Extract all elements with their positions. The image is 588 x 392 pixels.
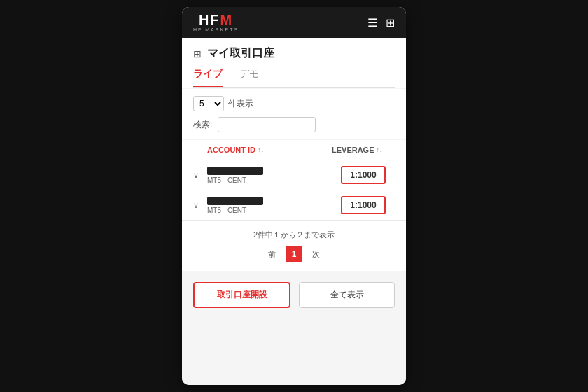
tab-demo[interactable]: デモ bbox=[239, 68, 259, 88]
col-account-id: ACCOUNT ID ↑↓ bbox=[207, 146, 332, 154]
page-title: マイ取引口座 bbox=[207, 46, 274, 61]
table-header: ACCOUNT ID ↑↓ LEVERAGE ↑↓ bbox=[182, 140, 406, 160]
page-title-icon: ⊞ bbox=[193, 48, 202, 59]
open-account-button[interactable]: 取引口座開設 bbox=[193, 282, 290, 308]
per-page-select[interactable]: 5 10 25 bbox=[193, 96, 224, 111]
sort-id-icon[interactable]: ↑↓ bbox=[258, 146, 264, 153]
account-id-bar-2 bbox=[207, 197, 263, 205]
tabs-row: ライブ デモ bbox=[193, 68, 395, 88]
pagination-controls: 前 1 次 bbox=[193, 246, 395, 262]
account-id-bar-1 bbox=[207, 167, 263, 175]
leverage-cell-2: 1:1000 bbox=[332, 196, 395, 214]
account-id-block-1: MT5 - CENT bbox=[207, 167, 332, 184]
table-row: ∨ MT5 - CENT 1:1000 bbox=[182, 190, 406, 220]
next-page-button[interactable]: 次 bbox=[308, 248, 324, 261]
accounts-table: ACCOUNT ID ↑↓ LEVERAGE ↑↓ ∨ MT5 - CENT bbox=[182, 140, 406, 220]
grid-menu-icon[interactable]: ⊞ bbox=[386, 16, 395, 29]
pagination-section: 2件中１から２まで表示 前 1 次 bbox=[182, 221, 406, 271]
menu-icon[interactable]: ☰ bbox=[368, 16, 377, 29]
page-header: ⊞ マイ取引口座 ライブ デモ bbox=[182, 38, 406, 88]
leverage-badge-2: 1:1000 bbox=[341, 196, 386, 214]
search-label: 検索: bbox=[193, 119, 212, 131]
logo-text: HFM bbox=[199, 13, 233, 27]
row-chevron-2[interactable]: ∨ bbox=[193, 201, 207, 210]
leverage-badge-1: 1:1000 bbox=[341, 166, 386, 184]
logo-sub: HF MARKETS bbox=[193, 27, 239, 32]
footer-section: 取引口座開設 全て表示 bbox=[182, 274, 406, 316]
header-icons: ☰ ⊞ bbox=[368, 16, 395, 29]
row-chevron-1[interactable]: ∨ bbox=[193, 171, 207, 180]
account-id-block-2: MT5 - CENT bbox=[207, 197, 332, 214]
pagination-summary: 2件中１から２まで表示 bbox=[193, 230, 395, 240]
per-page-label: 件表示 bbox=[228, 98, 253, 110]
view-all-button[interactable]: 全て表示 bbox=[299, 282, 395, 308]
leverage-cell-1: 1:1000 bbox=[332, 166, 395, 184]
page-number-1[interactable]: 1 bbox=[286, 246, 302, 262]
sort-leverage-icon[interactable]: ↑↓ bbox=[377, 146, 383, 153]
tab-live[interactable]: ライブ bbox=[193, 68, 223, 88]
col-leverage: LEVERAGE ↑↓ bbox=[332, 146, 395, 154]
search-input[interactable] bbox=[218, 117, 316, 132]
prev-page-button[interactable]: 前 bbox=[264, 248, 280, 261]
table-row: ∨ MT5 - CENT 1:1000 bbox=[182, 160, 406, 190]
account-type-2: MT5 - CENT bbox=[207, 206, 332, 214]
content-area: ⊞ マイ取引口座 ライブ デモ 5 10 25 件表示 検索: bbox=[182, 38, 406, 385]
table-controls: 5 10 25 件表示 検索: bbox=[182, 89, 406, 139]
logo: HFM HF MARKETS bbox=[193, 13, 239, 32]
account-type-1: MT5 - CENT bbox=[207, 176, 332, 184]
app-header: HFM HF MARKETS ☰ ⊞ bbox=[182, 7, 406, 38]
